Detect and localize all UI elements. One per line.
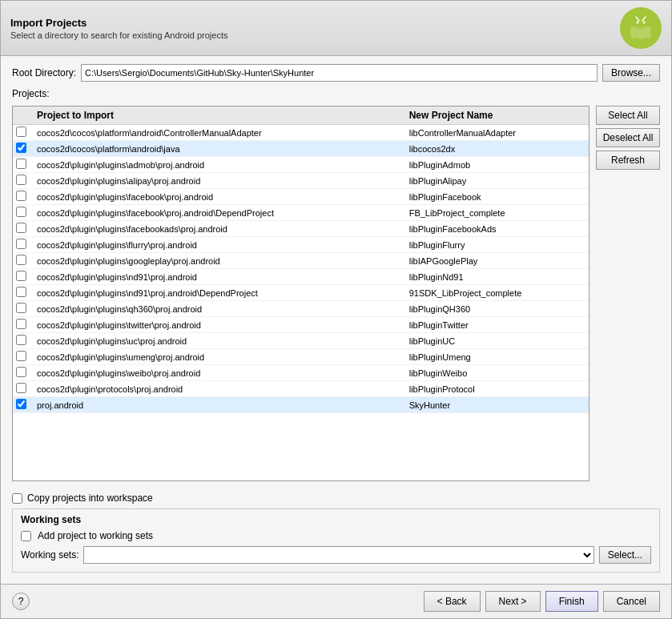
row-checkbox-cell bbox=[13, 237, 32, 253]
row-project-name: libcocos2dx bbox=[404, 141, 589, 157]
row-path: cocos2d\plugin\plugins\facebook\proj.and… bbox=[32, 205, 404, 221]
browse-button[interactable]: Browse... bbox=[602, 64, 660, 82]
row-checkbox[interactable] bbox=[16, 383, 26, 393]
row-project-name: libPluginAdmob bbox=[404, 157, 589, 173]
working-sets-group: Working sets Add project to working sets… bbox=[12, 508, 660, 573]
row-project-name: libPluginFlurry bbox=[404, 237, 589, 253]
row-checkbox-cell bbox=[13, 189, 32, 205]
row-checkbox-cell bbox=[13, 125, 32, 141]
row-checkbox-cell bbox=[13, 333, 32, 349]
col-name-header: New Project Name bbox=[404, 107, 589, 125]
row-checkbox[interactable] bbox=[16, 127, 26, 137]
row-checkbox[interactable] bbox=[16, 239, 26, 249]
row-checkbox[interactable] bbox=[16, 303, 26, 313]
refresh-button[interactable]: Refresh bbox=[596, 151, 660, 170]
copy-projects-checkbox[interactable] bbox=[12, 493, 22, 504]
row-checkbox-cell bbox=[13, 253, 32, 269]
finish-button[interactable]: Finish bbox=[545, 591, 598, 612]
working-sets-title: Working sets bbox=[21, 514, 651, 525]
row-checkbox[interactable] bbox=[16, 143, 26, 153]
row-path: cocos2d\plugin\plugins\googleplay\proj.a… bbox=[32, 253, 404, 269]
row-path: cocos2d\plugin\plugins\admob\proj.androi… bbox=[32, 157, 404, 173]
table-row: cocos2d\plugin\plugins\facebook\proj.and… bbox=[13, 205, 589, 221]
next-button[interactable]: Next > bbox=[485, 591, 541, 612]
row-checkbox[interactable] bbox=[16, 335, 26, 345]
footer-left: ? bbox=[12, 593, 30, 610]
row-project-name: libPluginFacebookAds bbox=[404, 221, 589, 237]
working-sets-add-row: Add project to working sets bbox=[21, 530, 651, 541]
table-row: cocos2d\plugin\plugins\facebookads\proj.… bbox=[13, 221, 589, 237]
row-project-name: FB_LibProject_complete bbox=[404, 205, 589, 221]
row-path: cocos2d\plugin\plugins\uc\proj.android bbox=[32, 333, 404, 349]
row-project-name: libPluginFacebook bbox=[404, 189, 589, 205]
side-buttons: Select All Deselect All Refresh bbox=[596, 106, 660, 481]
row-path: cocos2d\plugin\plugins\alipay\proj.andro… bbox=[32, 173, 404, 189]
svg-rect-10 bbox=[633, 38, 638, 46]
row-checkbox-cell bbox=[13, 285, 32, 301]
row-project-name: libPluginProtocol bbox=[404, 381, 589, 397]
row-checkbox-cell bbox=[13, 269, 32, 285]
table-row: cocos2d\plugin\plugins\facebook\proj.and… bbox=[13, 189, 589, 205]
table-row: cocos2d\cocos\platform\android\Controlle… bbox=[13, 125, 589, 141]
row-checkbox[interactable] bbox=[16, 159, 26, 169]
dialog-footer: ? < Back Next > Finish Cancel bbox=[1, 584, 671, 618]
row-checkbox[interactable] bbox=[16, 191, 26, 201]
row-path: cocos2d\cocos\platform\android\Controlle… bbox=[32, 125, 404, 141]
root-dir-row: Root Directory: Browse... bbox=[12, 64, 660, 82]
row-checkbox[interactable] bbox=[16, 223, 26, 233]
root-dir-input[interactable] bbox=[81, 64, 598, 82]
row-checkbox-cell bbox=[13, 301, 32, 317]
row-project-name: libPluginNd91 bbox=[404, 269, 589, 285]
table-row: cocos2d\plugin\plugins\nd91\proj.android… bbox=[13, 269, 589, 285]
table-row: cocos2d\cocos\platform\android\javalibco… bbox=[13, 141, 589, 157]
projects-table-container: Project to Import New Project Name cocos… bbox=[12, 106, 590, 481]
row-checkbox[interactable] bbox=[16, 255, 26, 265]
row-project-name: libPluginAlipay bbox=[404, 173, 589, 189]
row-checkbox-cell bbox=[13, 365, 32, 381]
row-checkbox-cell bbox=[13, 141, 32, 157]
row-path: cocos2d\plugin\plugins\nd91\proj.android… bbox=[32, 285, 404, 301]
row-checkbox[interactable] bbox=[16, 287, 26, 297]
row-checkbox-cell bbox=[13, 157, 32, 173]
deselect-all-button[interactable]: Deselect All bbox=[596, 128, 660, 147]
bottom-options: Copy projects into workspace Working set… bbox=[12, 488, 660, 576]
back-button[interactable]: < Back bbox=[424, 591, 481, 612]
help-button[interactable]: ? bbox=[12, 593, 30, 610]
row-checkbox[interactable] bbox=[16, 367, 26, 377]
working-sets-select-button[interactable]: Select... bbox=[599, 546, 651, 564]
row-checkbox[interactable] bbox=[16, 175, 26, 185]
row-path: cocos2d\plugin\plugins\qh360\proj.androi… bbox=[32, 301, 404, 317]
table-row: cocos2d\plugin\plugins\uc\proj.androidli… bbox=[13, 333, 589, 349]
import-projects-dialog: Import Projects Select a directory to se… bbox=[0, 0, 672, 619]
working-sets-input-row: Working sets: Select... bbox=[21, 546, 651, 564]
copy-projects-label[interactable]: Copy projects into workspace bbox=[27, 492, 153, 504]
add-to-working-sets-checkbox[interactable] bbox=[21, 531, 31, 541]
row-checkbox-cell bbox=[13, 205, 32, 221]
table-row: cocos2d\plugin\plugins\alipay\proj.andro… bbox=[13, 173, 589, 189]
table-row: proj.androidSkyHunter bbox=[13, 397, 589, 413]
row-path: cocos2d\cocos\platform\android\java bbox=[32, 141, 404, 157]
table-row: cocos2d\plugin\plugins\twitter\proj.andr… bbox=[13, 317, 589, 333]
dialog-subtitle: Select a directory to search for existin… bbox=[10, 30, 227, 40]
row-checkbox[interactable] bbox=[16, 399, 26, 409]
table-row: cocos2d\plugin\plugins\umeng\proj.androi… bbox=[13, 349, 589, 365]
row-project-name: libPluginTwitter bbox=[404, 317, 589, 333]
svg-rect-12 bbox=[631, 26, 650, 38]
table-row: cocos2d\plugin\plugins\weibo\proj.androi… bbox=[13, 365, 589, 381]
row-checkbox[interactable] bbox=[16, 271, 26, 281]
row-path: cocos2d\plugin\plugins\flurry\proj.andro… bbox=[32, 237, 404, 253]
add-to-working-sets-label[interactable]: Add project to working sets bbox=[38, 530, 153, 541]
row-checkbox[interactable] bbox=[16, 207, 26, 217]
table-row: cocos2d\plugin\plugins\googleplay\proj.a… bbox=[13, 253, 589, 269]
working-sets-select[interactable] bbox=[83, 546, 594, 564]
svg-point-4 bbox=[637, 22, 639, 24]
row-checkbox[interactable] bbox=[16, 319, 26, 329]
table-row: cocos2d\plugin\protocols\proj.androidlib… bbox=[13, 381, 589, 397]
row-checkbox[interactable] bbox=[16, 351, 26, 361]
svg-rect-11 bbox=[643, 38, 649, 46]
row-checkbox-cell bbox=[13, 173, 32, 189]
cancel-button[interactable]: Cancel bbox=[603, 591, 660, 612]
row-project-name: SkyHunter bbox=[404, 397, 589, 413]
dialog-body: Root Directory: Browse... Projects: Proj… bbox=[1, 56, 671, 584]
select-all-button[interactable]: Select All bbox=[596, 106, 660, 125]
